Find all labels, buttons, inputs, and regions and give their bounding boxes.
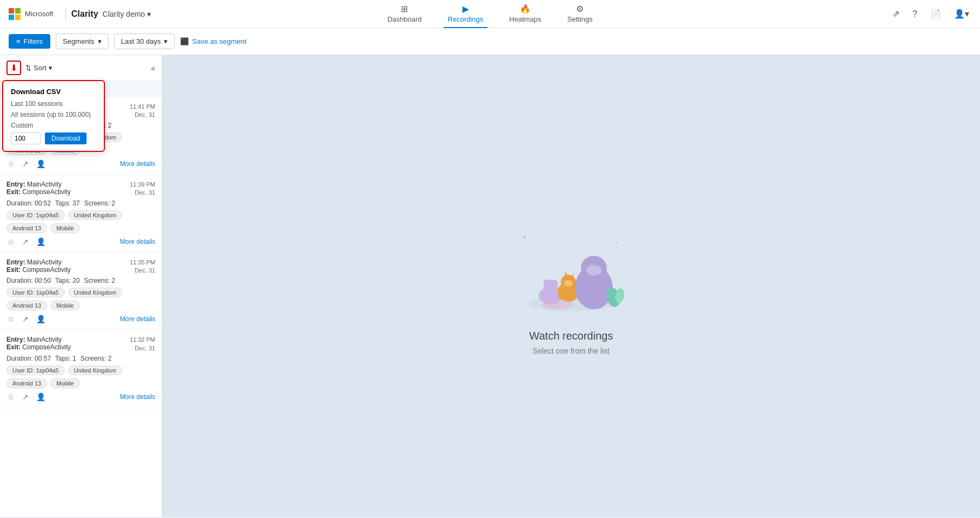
card-exit-3: Exit: ComposeActivity — [6, 343, 71, 351]
svg-text:✦: ✦ — [614, 241, 618, 245]
sort-label: Sort — [34, 64, 47, 72]
card-time-2: 11:35 PMDec. 31 — [130, 258, 155, 275]
top-nav: Microsoft Clarity Clarity demo ▾ ⊞ Dashb… — [0, 0, 980, 28]
card-more-details-link-1[interactable]: More details — [120, 238, 155, 245]
card-entry-exit-2: Entry: MainActivity Exit: ComposeActivit… — [6, 258, 71, 274]
recording-card[interactable]: Entry: MainActivity Exit: ComposeActivit… — [0, 330, 162, 408]
card-favorite-btn-2[interactable]: ☆ — [6, 314, 16, 324]
popup-custom-label: Custom — [11, 122, 96, 129]
download-csv-button[interactable]: ⬇ — [6, 61, 21, 75]
card-screens-1: Screens: 2 — [84, 200, 115, 207]
card-share-btn-1[interactable]: ↗ — [21, 236, 30, 247]
card-userid-tag-3: User ID: 1sp04a5 — [6, 366, 65, 375]
card-user-btn-3[interactable]: 👤 — [35, 391, 47, 402]
nav-label-settings: Settings — [567, 15, 593, 23]
card-duration-3: Duration: 00:57 — [6, 355, 51, 362]
sort-button[interactable]: ⇅ Sort ▾ — [25, 64, 52, 72]
card-more-details-link-0[interactable]: More details — [120, 160, 155, 168]
svg-text:✦: ✦ — [606, 263, 609, 267]
card-actions-3: ☆ ↗ 👤 More details — [6, 391, 155, 402]
animals-illustration: ✦ ✦ ✦ — [512, 217, 631, 315]
card-favorite-btn-1[interactable]: ☆ — [6, 236, 16, 247]
card-favorite-btn-3[interactable]: ☆ — [6, 391, 16, 402]
save-segment-button[interactable]: ⬛ Save as segment — [180, 37, 246, 45]
card-header-1: Entry: MainActivity Exit: ComposeActivit… — [6, 181, 155, 197]
card-tags-2: User ID: 1sp04a5 United Kingdom — [6, 288, 155, 297]
card-more-details-link-3[interactable]: More details — [120, 393, 155, 401]
nav-label-recordings: Recordings — [448, 15, 484, 23]
panel-header: ⬇ ⇅ Sort ▾ « — [0, 55, 162, 81]
card-duration-1: Duration: 00:52 — [6, 200, 51, 207]
popup-option-all[interactable]: All sessions (up to 100,000) — [11, 111, 96, 118]
card-userid-tag-2: User ID: 1sp04a5 — [6, 288, 65, 297]
ms-logo-icon — [9, 8, 21, 20]
card-actions-2: ☆ ↗ 👤 More details — [6, 314, 155, 324]
watch-illustration: ✦ ✦ ✦ — [512, 217, 631, 317]
settings-icon: ⚙ — [576, 4, 584, 14]
card-share-btn-2[interactable]: ↗ — [21, 314, 30, 324]
heatmaps-icon: 🔥 — [520, 4, 531, 14]
card-os-tag-1: Android 13 — [6, 223, 47, 233]
right-panel: ✦ ✦ ✦ — [162, 55, 980, 517]
card-tags-3: User ID: 1sp04a5 United Kingdom — [6, 366, 155, 375]
recording-card[interactable]: Entry: MainActivity Exit: ComposeActivit… — [0, 175, 162, 253]
recordings-icon: ▶ — [462, 4, 469, 14]
card-actions-1: ☆ ↗ 👤 More details — [6, 236, 155, 247]
project-selector[interactable]: Clarity demo ▾ — [103, 10, 151, 18]
card-taps-2: Taps: 20 — [55, 277, 80, 284]
popup-option-100[interactable]: Last 100 sessions — [11, 100, 96, 108]
card-actions-0: ☆ ↗ 👤 More details — [6, 158, 155, 169]
card-taps-1: Taps: 37 — [55, 200, 80, 207]
card-user-btn-1[interactable]: 👤 — [35, 236, 47, 247]
filters-button[interactable]: ≡ Filters — [9, 34, 50, 49]
card-entry-exit-3: Entry: MainActivity Exit: ComposeActivit… — [6, 336, 71, 351]
card-country-tag-3: United Kingdom — [68, 366, 122, 375]
svg-rect-1 — [15, 8, 21, 14]
watch-recordings-subtitle: Select one from the list — [533, 347, 610, 355]
card-entry-exit-1: Entry: MainActivity Exit: ComposeActivit… — [6, 181, 71, 196]
card-header-3: Entry: MainActivity Exit: ComposeActivit… — [6, 336, 155, 353]
share-icon-btn[interactable]: ⇗ — [890, 6, 902, 21]
card-os-tag-3: Android 13 — [6, 378, 47, 388]
nav-item-settings[interactable]: ⚙ Settings — [563, 0, 597, 28]
card-share-btn-0[interactable]: ↗ — [21, 158, 30, 169]
brand-area: Microsoft — [9, 8, 54, 20]
svg-point-11 — [552, 280, 558, 287]
user-avatar-btn[interactable]: 👤▾ — [952, 6, 971, 21]
segments-button[interactable]: Segments ▾ — [56, 34, 109, 49]
popup-custom-input[interactable] — [11, 132, 41, 144]
card-time-3: 11:32 PMDec. 31 — [130, 336, 155, 353]
save-icon: ⬛ — [180, 37, 189, 45]
brand-microsoft: Microsoft — [25, 10, 54, 18]
card-entry-1: Entry: MainActivity — [6, 181, 71, 188]
card-user-btn-0[interactable]: 👤 — [35, 158, 47, 169]
svg-point-24 — [541, 301, 574, 309]
watch-recordings-title: Watch recordings — [529, 330, 613, 342]
segments-chevron-icon: ▾ — [98, 37, 102, 45]
collapse-panel-button[interactable]: « — [151, 64, 155, 72]
card-favorite-btn-0[interactable]: ☆ — [6, 158, 16, 169]
document-icon-btn[interactable]: 📄 — [928, 6, 943, 21]
date-range-button[interactable]: Last 30 days ▾ — [114, 34, 175, 49]
card-meta-2: Duration: 00:50 Taps: 20 Screens: 2 — [6, 277, 155, 284]
project-chevron-icon: ▾ — [147, 10, 151, 18]
card-share-btn-3[interactable]: ↗ — [21, 391, 30, 402]
nav-item-recordings[interactable]: ▶ Recordings — [443, 0, 488, 28]
svg-rect-3 — [15, 15, 21, 20]
card-user-btn-2[interactable]: 👤 — [35, 314, 47, 324]
nav-item-heatmaps[interactable]: 🔥 Heatmaps — [505, 0, 546, 28]
card-more-details-link-2[interactable]: More details — [120, 315, 155, 323]
sort-icon: ⇅ — [25, 64, 31, 72]
card-entry-3: Entry: MainActivity — [6, 336, 71, 343]
card-device-tag-2: Mobile — [50, 301, 80, 310]
nav-label-dashboard: Dashboard — [387, 15, 422, 23]
popup-download-button[interactable]: Download — [45, 132, 87, 144]
brand-divider — [65, 8, 66, 20]
svg-point-10 — [544, 280, 549, 287]
help-icon-btn[interactable]: ? — [910, 7, 919, 21]
recording-card[interactable]: Entry: MainActivity Exit: ComposeActivit… — [0, 253, 162, 331]
popup-custom-row: Download — [11, 132, 96, 144]
card-os-tag-2: Android 13 — [6, 301, 47, 310]
nav-item-dashboard[interactable]: ⊞ Dashboard — [383, 0, 426, 28]
card-userid-tag-1: User ID: 1sp04a5 — [6, 210, 65, 220]
